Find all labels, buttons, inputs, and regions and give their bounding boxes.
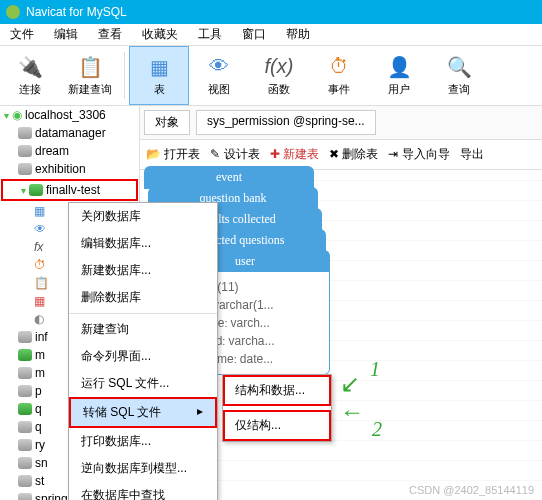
- menu-edit[interactable]: 编辑: [44, 26, 88, 43]
- annotation-num-1: 1: [370, 358, 380, 381]
- ctx-edit-db[interactable]: 编辑数据库...: [69, 230, 217, 257]
- db-icon: [18, 163, 32, 175]
- db-icon: [18, 385, 32, 397]
- clock-icon: ⏱: [34, 258, 46, 272]
- menu-fav[interactable]: 收藏夹: [132, 26, 188, 43]
- annotation-num-2: 2: [372, 418, 382, 441]
- ctx-dump-sql[interactable]: 转储 SQL 文件▸: [69, 397, 217, 428]
- ctx-find[interactable]: 在数据库中查找: [69, 482, 217, 500]
- menu-bar: 文件 编辑 查看 收藏夹 工具 窗口 帮助: [0, 24, 542, 46]
- tb-event[interactable]: ⏱事件: [309, 46, 369, 105]
- report-icon: ▦: [34, 294, 45, 308]
- ctx-del-db[interactable]: 删除数据库: [69, 284, 217, 311]
- menu-tools[interactable]: 工具: [188, 26, 232, 43]
- tab-syspermission[interactable]: sys_permission @spring-se...: [196, 110, 376, 135]
- menu-help[interactable]: 帮助: [276, 26, 320, 43]
- tb-func[interactable]: f(x)函数: [249, 46, 309, 105]
- db-icon: [18, 421, 32, 433]
- submenu-struct-only[interactable]: 仅结构...: [223, 410, 331, 441]
- server-icon: ◉: [12, 108, 22, 122]
- btn-export[interactable]: 导出: [460, 146, 484, 163]
- menu-file[interactable]: 文件: [0, 26, 44, 43]
- eye-icon: 👁: [205, 55, 233, 79]
- app-icon: [6, 5, 20, 19]
- tb-connect[interactable]: 🔌连接: [0, 46, 60, 105]
- fx-icon: f(x): [265, 55, 293, 79]
- btn-opentable[interactable]: 📂 打开表: [146, 146, 200, 163]
- tb-view[interactable]: 👁视图: [189, 46, 249, 105]
- title-bar: Navicat for MySQL: [0, 0, 542, 24]
- db-icon: [18, 439, 32, 451]
- ctx-close-db[interactable]: 关闭数据库: [69, 203, 217, 230]
- backup-icon: ◐: [34, 312, 44, 326]
- ctx-new-db[interactable]: 新建数据库...: [69, 257, 217, 284]
- tree-db[interactable]: datamanager: [0, 124, 139, 142]
- app-title: Navicat for MySQL: [26, 5, 127, 19]
- user-icon: 👤: [385, 55, 413, 79]
- tb-user[interactable]: 👤用户: [369, 46, 429, 105]
- submenu-struct-data[interactable]: 结构和数据...: [223, 375, 331, 406]
- view-icon: 👁: [34, 222, 46, 236]
- table-icon: ▦: [145, 55, 173, 79]
- btn-deltable[interactable]: ✖ 删除表: [329, 146, 378, 163]
- context-menu[interactable]: 关闭数据库 编辑数据库... 新建数据库... 删除数据库 新建查询 命令列界面…: [68, 202, 218, 500]
- menu-window[interactable]: 窗口: [232, 26, 276, 43]
- clock-icon: ⏱: [325, 55, 353, 79]
- search-icon: 🔍: [445, 55, 473, 79]
- newquery-icon: 📋: [76, 55, 104, 79]
- db-icon: [18, 493, 32, 500]
- tree-root[interactable]: ▾◉localhost_3306: [0, 106, 139, 124]
- card-tab[interactable]: event: [144, 166, 314, 189]
- ctx-run-sql[interactable]: 运行 SQL 文件...: [69, 370, 217, 397]
- ctx-reverse[interactable]: 逆向数据库到模型...: [69, 455, 217, 482]
- db-icon: [18, 127, 32, 139]
- db-icon: [18, 367, 32, 379]
- sql-submenu[interactable]: 结构和数据... 仅结构...: [222, 374, 332, 442]
- tree-db[interactable]: dream: [0, 142, 139, 160]
- ctx-cmd[interactable]: 命令列界面...: [69, 343, 217, 370]
- annotation-arrow: ↙: [340, 370, 360, 398]
- db-icon: [18, 475, 32, 487]
- tb-newquery[interactable]: 📋新建查询: [60, 46, 120, 105]
- db-icon: [18, 145, 32, 157]
- main-toolbar: 🔌连接 📋新建查询 ▦表 👁视图 f(x)函数 ⏱事件 👤用户 🔍查询: [0, 46, 542, 106]
- tab-objects[interactable]: 对象: [144, 110, 190, 135]
- tb-query[interactable]: 🔍查询: [429, 46, 489, 105]
- db-icon: [18, 349, 32, 361]
- tree-db[interactable]: exhibition: [0, 160, 139, 178]
- tree-db-selected[interactable]: ▾finallv-test: [1, 179, 138, 201]
- watermark: CSDN @2402_85144119: [409, 484, 534, 496]
- btn-import[interactable]: ⇥ 导入向导: [388, 146, 449, 163]
- db-icon: [18, 331, 32, 343]
- expand-icon[interactable]: ▾: [21, 185, 26, 196]
- menu-view[interactable]: 查看: [88, 26, 132, 43]
- tb-table[interactable]: ▦表: [129, 46, 189, 105]
- btn-designtable[interactable]: ✎ 设计表: [210, 146, 259, 163]
- ctx-new-query[interactable]: 新建查询: [69, 316, 217, 343]
- fx-icon: fx: [34, 240, 43, 254]
- annotation-arrow: ←: [340, 398, 364, 426]
- ctx-print-db[interactable]: 打印数据库...: [69, 428, 217, 455]
- db-icon: [18, 457, 32, 469]
- chevron-right-icon: ▸: [197, 404, 203, 421]
- plug-icon: 🔌: [16, 55, 44, 79]
- content-tabs: 对象 sys_permission @spring-se...: [140, 106, 542, 140]
- table-icon: ▦: [34, 204, 45, 218]
- db-icon: [18, 403, 32, 415]
- btn-newtable[interactable]: ✚ 新建表: [270, 146, 319, 163]
- query-icon: 📋: [34, 276, 49, 290]
- db-icon: [29, 184, 43, 196]
- expand-icon[interactable]: ▾: [4, 110, 9, 121]
